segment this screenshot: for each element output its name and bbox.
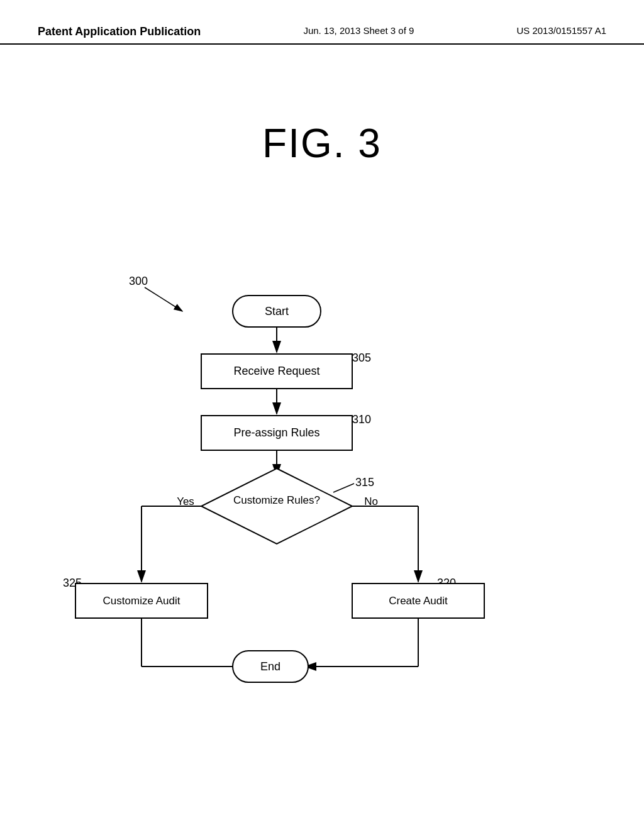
start-label: Start bbox=[265, 305, 289, 318]
header-date-sheet-label: Jun. 13, 2013 Sheet 3 of 9 bbox=[303, 25, 414, 36]
figure-title: FIG. 3 bbox=[0, 120, 644, 167]
end-label: End bbox=[260, 660, 280, 673]
ref-315-label: 315 bbox=[355, 476, 374, 489]
ref-315-line bbox=[333, 484, 354, 492]
ref-305-label: 305 bbox=[352, 351, 371, 364]
customize-rules-label-line1: Customize Rules? bbox=[233, 494, 320, 506]
preassign-rules-label: Pre-assign Rules bbox=[233, 426, 319, 439]
receive-request-label: Receive Request bbox=[233, 365, 319, 377]
ref-300-arrow bbox=[145, 287, 182, 311]
customize-rules-node bbox=[201, 468, 352, 544]
header-publication-label: Patent Application Publication bbox=[38, 25, 201, 38]
ref-310-label: 310 bbox=[352, 413, 371, 426]
ref-300-label: 300 bbox=[129, 275, 148, 287]
create-audit-label: Create Audit bbox=[389, 595, 448, 607]
customize-audit-label: Customize Audit bbox=[103, 595, 180, 607]
header-patent-number-label: US 2013/0151557 A1 bbox=[516, 25, 606, 36]
page-header: Patent Application Publication Jun. 13, … bbox=[0, 0, 644, 45]
flowchart-diagram: 300 Start 305 Receive Request 310 Pre-as… bbox=[0, 179, 644, 745]
